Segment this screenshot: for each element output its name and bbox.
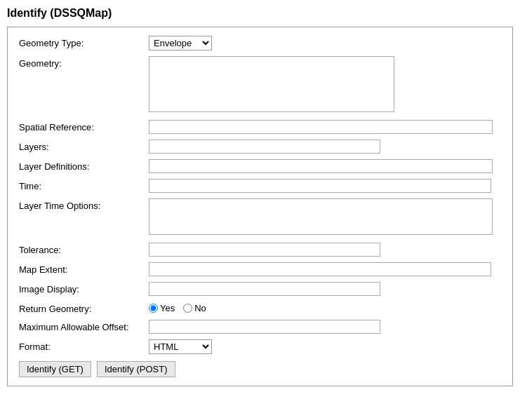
max-allowable-offset-label: Maximum Allowable Offset: xyxy=(19,320,149,332)
return-geometry-yes-label[interactable]: Yes xyxy=(149,303,175,313)
time-input[interactable] xyxy=(149,179,491,193)
geometry-type-row: Geometry Type: Envelope Point Polyline P… xyxy=(19,36,501,50)
geometry-type-label: Geometry Type: xyxy=(19,36,149,48)
image-display-row: Image Display: xyxy=(19,282,501,296)
layer-definitions-control xyxy=(149,159,501,173)
return-geometry-yes-radio[interactable] xyxy=(149,304,158,313)
map-extent-label: Map Extent: xyxy=(19,262,149,275)
geometry-type-select[interactable]: Envelope Point Polyline Polygon xyxy=(149,36,212,50)
format-control: HTML JSON PJSON xyxy=(149,339,501,354)
layer-time-options-control xyxy=(149,198,501,237)
format-row: Format: HTML JSON PJSON xyxy=(19,339,501,354)
tolerance-input[interactable] xyxy=(149,243,380,257)
map-extent-input[interactable] xyxy=(149,262,491,276)
geometry-textarea[interactable] xyxy=(149,56,394,112)
return-geometry-row: Return Geometry: Yes No xyxy=(19,302,501,314)
return-geometry-no-text: No xyxy=(194,303,206,313)
layers-input[interactable] xyxy=(149,140,380,154)
geometry-type-control: Envelope Point Polyline Polygon xyxy=(149,36,501,50)
spatial-reference-input[interactable] xyxy=(149,120,493,134)
return-geometry-no-radio[interactable] xyxy=(183,304,192,313)
return-geometry-no-label[interactable]: No xyxy=(183,303,206,313)
layers-control xyxy=(149,140,501,154)
format-select[interactable]: HTML JSON PJSON xyxy=(149,339,212,354)
return-geometry-radio-group: Yes No xyxy=(149,302,501,313)
layer-time-options-textarea[interactable] xyxy=(149,198,493,235)
layer-definitions-input[interactable] xyxy=(149,159,493,173)
layers-row: Layers: xyxy=(19,140,501,154)
geometry-label: Geometry: xyxy=(19,56,149,69)
identify-get-button[interactable]: Identify (GET) xyxy=(19,361,91,377)
time-row: Time: xyxy=(19,179,501,193)
max-allowable-offset-control xyxy=(149,320,501,334)
spatial-reference-label: Spatial Reference: xyxy=(19,120,149,133)
tolerance-label: Tolerance: xyxy=(19,243,149,255)
max-allowable-offset-input[interactable] xyxy=(149,320,380,334)
page-title: Identify (DSSQMap) xyxy=(7,7,513,20)
return-geometry-yes-text: Yes xyxy=(160,303,175,313)
tolerance-control xyxy=(149,243,501,257)
form-container: Geometry Type: Envelope Point Polyline P… xyxy=(7,27,513,386)
layers-label: Layers: xyxy=(19,140,149,152)
layer-definitions-label: Layer Definitions: xyxy=(19,159,149,172)
max-allowable-offset-row: Maximum Allowable Offset: xyxy=(19,320,501,334)
button-row: Identify (GET) Identify (POST) xyxy=(19,361,501,377)
layer-time-options-label: Layer Time Options: xyxy=(19,198,149,211)
spatial-reference-row: Spatial Reference: xyxy=(19,120,501,134)
format-label: Format: xyxy=(19,339,149,352)
layer-definitions-row: Layer Definitions: xyxy=(19,159,501,173)
map-extent-control xyxy=(149,262,501,276)
tolerance-row: Tolerance: xyxy=(19,243,501,257)
identify-post-button[interactable]: Identify (POST) xyxy=(97,361,175,377)
spatial-reference-control xyxy=(149,120,501,134)
geometry-control xyxy=(149,56,501,114)
time-control xyxy=(149,179,501,193)
layer-time-options-row: Layer Time Options: xyxy=(19,198,501,237)
geometry-row: Geometry: xyxy=(19,56,501,114)
image-display-input[interactable] xyxy=(149,282,380,296)
return-geometry-control: Yes No xyxy=(149,302,501,313)
image-display-control xyxy=(149,282,501,296)
return-geometry-label: Return Geometry: xyxy=(19,302,149,314)
image-display-label: Image Display: xyxy=(19,282,149,294)
time-label: Time: xyxy=(19,179,149,191)
map-extent-row: Map Extent: xyxy=(19,262,501,276)
